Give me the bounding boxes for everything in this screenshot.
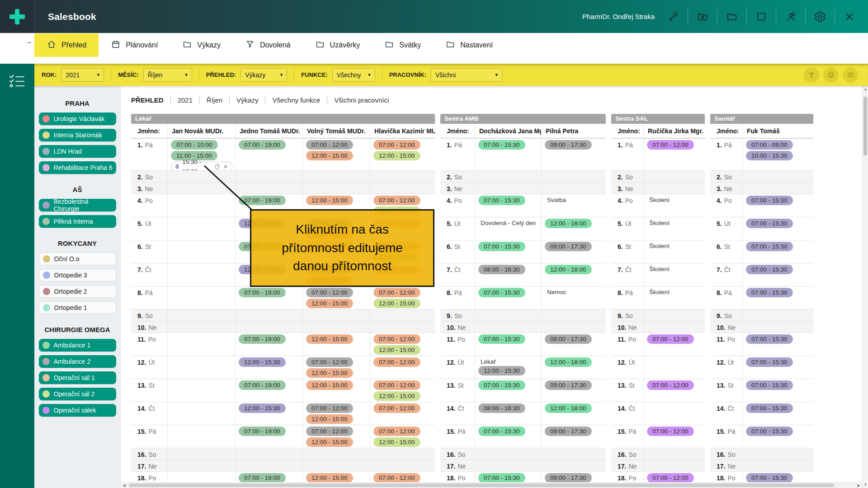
presence-pill[interactable]: 12:00 - 15:00 [306, 334, 353, 344]
presence-pill[interactable]: 09:00 - 17:30 [545, 427, 592, 436]
sidebar-item-rehabilitace-praha-6[interactable]: Rehabilitace Praha 6 [39, 161, 116, 174]
sidebar-item-ortopedie-1[interactable]: Ortopedie 1 [39, 301, 116, 314]
presence-pill[interactable]: 07:00 - 15:30 [478, 288, 525, 297]
presence-pill[interactable]: 12:00 - 15:00 [373, 151, 420, 160]
square-icon[interactable] [755, 10, 768, 23]
presence-pill[interactable]: 07:00 - 12:00 [306, 404, 353, 413]
sidebar-item-pekna-interna[interactable]: Pěkná Interna [39, 215, 116, 228]
presence-pill[interactable]: 12:00 - 15:30 [239, 357, 286, 367]
vertical-scroll-thumb[interactable] [863, 97, 867, 155]
sidebar-item-urologie-vaclavak[interactable]: Urologie Václavák [39, 113, 116, 125]
presence-pill[interactable]: 07:00 - 12:00 [373, 473, 420, 482]
sidebar-item-ambulance-1[interactable]: Ambulance 1 [39, 339, 116, 352]
presence-pill[interactable]: 12:00 - 15:00 [373, 391, 420, 401]
presence-pill[interactable]: 07:00 - 19:00 [239, 380, 286, 390]
presence-pill[interactable]: 07:00 - 15:30 [746, 265, 793, 274]
menu-icon[interactable] [843, 67, 858, 83]
presence-pill[interactable]: 12:00 - 18:00 [545, 404, 592, 413]
user-search-icon[interactable] [784, 10, 797, 23]
presence-pill[interactable]: 12:00 - 18:00 [545, 357, 592, 367]
sidebar-item-interna-staromak[interactable]: Interna Staromák [39, 129, 116, 141]
presence-pill[interactable]: 07:00 - 12:00 [647, 427, 694, 436]
presence-pill[interactable]: 07:00 - 12:00 [373, 140, 420, 150]
delete-icon[interactable]: ✕ [223, 164, 228, 169]
tab-planovani[interactable]: Plánování [99, 33, 170, 57]
tab-uzaverky[interactable]: Uzávěrky [303, 33, 373, 57]
presence-pill[interactable]: 07:00 - 15:30 [478, 427, 525, 436]
tab-prehled[interactable]: Přehled [34, 33, 99, 57]
presence-pill[interactable]: 07:00 - 12:00 [373, 196, 420, 205]
presence-pill[interactable]: 12:00 - 15:00 [373, 299, 420, 308]
settings-icon[interactable] [813, 10, 827, 23]
presence-pill[interactable]: 09:00 - 17:30 [545, 334, 592, 344]
presence-pill[interactable]: 07:00 - 12:00 [373, 334, 420, 344]
scroll-up-arrow[interactable]: ▲ [863, 86, 868, 93]
presence-pill[interactable]: 08:00 - 16:30 [478, 265, 525, 274]
presence-pill[interactable]: 07:00 - 15:30 [746, 380, 793, 390]
presence-pill[interactable]: 07:00 - 19:00 [239, 140, 286, 150]
tab-vykazy[interactable]: Výkazy [170, 33, 233, 57]
sidebar-item-ambulance-2[interactable]: Ambulance 2 [39, 355, 116, 368]
presence-pill[interactable]: 07:00 - 12:00 [373, 380, 420, 390]
collapse-arrow-icon[interactable]: → [25, 37, 33, 46]
presence-pill[interactable]: 09:00 - 17:30 [545, 473, 592, 482]
scroll-left-arrow[interactable]: ◀ [121, 483, 127, 488]
print-icon[interactable] [823, 67, 839, 83]
presence-pill[interactable]: 07:00 - 15:30 [746, 242, 793, 251]
presence-pill[interactable]: 07:00 - 12:00 [306, 427, 353, 436]
presence-pill[interactable]: 07:00 - 15:30 [746, 196, 793, 205]
presence-pill[interactable]: 07:00 - 12:00 [306, 288, 353, 297]
presence-pill[interactable]: 07:00 - 15:30 [478, 380, 525, 390]
sidebar-item-bezbolestna-chirurgie[interactable]: Bezbolestná Chirurgie [39, 199, 116, 211]
presence-pill[interactable]: 12:00 - 15:00 [373, 345, 420, 355]
presence-pill[interactable]: 07:00 - 15:30 [746, 288, 793, 297]
horizontal-scroll-thumb[interactable] [129, 483, 834, 487]
scroll-down-arrow[interactable]: ▼ [863, 481, 868, 488]
presence-pill[interactable]: 07:00 - 12:00 [647, 140, 694, 150]
presence-pill[interactable]: 07:00 - 12:00 [373, 288, 420, 297]
presence-pill[interactable]: 07:00 - 15:30 [478, 334, 525, 344]
sidebar-item-ortopedie-2[interactable]: Ortopedie 2 [39, 285, 116, 298]
filter-select-rok[interactable]: 2021▾ [61, 68, 104, 82]
presence-pill[interactable]: 12:00 - 18:00 [545, 219, 592, 228]
tab-nastaveni[interactable]: Nastavení [433, 33, 505, 57]
presence-pill[interactable]: 12:00 - 15:00 [306, 414, 353, 424]
presence-pill[interactable]: 12:00 - 15:00 [306, 380, 353, 390]
presence-pill[interactable]: 07:00 - 15:30 [746, 219, 793, 228]
presence-pill[interactable]: 07:00 - 12:00 [647, 473, 694, 482]
presence-pill[interactable]: 12:00 - 15:00 [306, 437, 353, 447]
clock-icon[interactable] [215, 164, 219, 169]
key-icon[interactable] [666, 10, 680, 23]
presence-pill[interactable]: 09:00 - 17:30 [545, 380, 592, 390]
sidebar-item-ocni-o-o[interactable]: Oční O.o [39, 253, 116, 265]
sidebar-item-operacni-sal-2[interactable]: Operační sál 2 [39, 388, 116, 400]
presence-pill[interactable]: 07:00 - 12:00 [373, 427, 420, 436]
presence-pill[interactable]: 07:00 - 19:00 [239, 427, 286, 436]
presence-pill[interactable]: 12:00 - 15:00 [306, 299, 353, 308]
presence-pill[interactable]: 10:00 - 15:30 [746, 151, 793, 160]
folder-icon[interactable] [725, 10, 739, 23]
presence-pill[interactable]: 12:00 - 15:00 [306, 473, 353, 482]
scroll-right-arrow[interactable]: ▶ [855, 483, 862, 488]
sidebar-item-operacni-sal-1[interactable]: Operační sál 1 [39, 371, 116, 384]
presence-pill[interactable]: 09:00 - 17:30 [545, 242, 592, 251]
presence-pill-editing[interactable]: 15:30 - 17:00✕ [171, 162, 232, 170]
presence-pill[interactable]: 07:00 - 19:00 [239, 196, 286, 205]
horizontal-scrollbar[interactable]: ◀ ▶ [121, 482, 862, 488]
sidebar-item-ortopedie-3[interactable]: Ortopedie 3 [39, 269, 116, 282]
presence-pill[interactable]: 07:00 - 10:00 [171, 140, 218, 150]
filter-select-pracovnik[interactable]: Všichni▾ [431, 68, 502, 82]
presence-pill[interactable]: 12:00 - 15:30 [478, 366, 525, 375]
presence-pill[interactable]: 12:00 - 15:00 [306, 368, 353, 378]
presence-pill[interactable]: 07:00 - 12:00 [647, 334, 694, 344]
presence-pill[interactable]: 07:00 - 15:30 [478, 196, 525, 205]
tab-svatky[interactable]: Svátky [372, 33, 433, 57]
presence-pill[interactable]: 07:00 - 19:00 [239, 334, 286, 344]
checklist-icon[interactable] [9, 74, 26, 90]
presence-pill[interactable]: 07:00 - 12:00 [306, 140, 353, 150]
presence-pill[interactable]: 12:00 - 15:00 [306, 151, 353, 160]
presence-pill[interactable]: 07:00 - 12:00 [373, 357, 420, 367]
tab-dovolena[interactable]: Dovolená [233, 33, 303, 57]
filter-select-funkce[interactable]: Všechny▾ [332, 68, 375, 82]
presence-pill[interactable]: 12:00 - 15:00 [306, 196, 353, 205]
